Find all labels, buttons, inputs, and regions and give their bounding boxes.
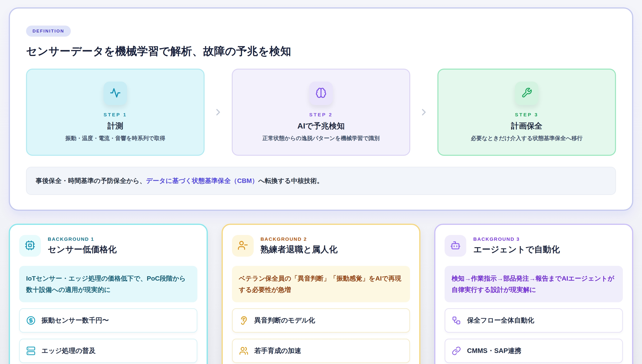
background3-header: BACKGROUND 3 エージェントで自動化	[445, 235, 623, 257]
background3-highlight: 検知→作業指示→部品発注→報告までAIエージェントが自律実行する設計が現実解に	[445, 266, 623, 302]
background1-header: BACKGROUND 1 センサー低価格化	[19, 235, 197, 257]
background2-title: 熟練者退職と属人化	[261, 244, 338, 255]
background-card-2: BACKGROUND 2 熟練者退職と属人化 ベテラン保全員の「異音判断」「振動…	[222, 224, 421, 364]
background2-label: BACKGROUND 2	[261, 236, 338, 242]
chevron-right-icon	[410, 107, 437, 118]
brain-icon	[315, 87, 327, 99]
ear-icon	[239, 316, 248, 325]
chevron-right-icon	[205, 107, 232, 118]
background-card-1: BACKGROUND 1 センサー低価格化 IoTセンサー・エッジ処理の価格低下…	[9, 224, 208, 364]
step1-label: STEP 1	[35, 112, 195, 118]
step1-title: 計測	[35, 121, 195, 131]
list-item-label: 保全フロー全体自動化	[467, 316, 534, 325]
workflow-icon	[452, 316, 461, 325]
slide: DEFINITION センサーデータを機械学習で解析、故障の予兆を検知 STEP…	[0, 0, 642, 364]
robot-icon	[450, 240, 461, 252]
definition-note: 事後保全・時間基準の予防保全から、データに基づく状態基準保全（CBM）へ転換する…	[26, 167, 616, 195]
note-highlight: データに基づく状態基準保全（CBM）	[146, 177, 258, 184]
step2-icon-tile	[309, 82, 333, 105]
background3-label: BACKGROUND 3	[473, 236, 560, 242]
list-item: 異音判断のモデル化	[232, 308, 410, 333]
list-item: 若手育成の加速	[232, 339, 410, 363]
background1-label: BACKGROUND 1	[48, 236, 117, 242]
step2-title: AIで予兆検知	[241, 121, 401, 131]
note-suffix: へ転換する中核技術。	[258, 177, 323, 184]
dollar-circle-icon	[26, 316, 36, 325]
step-card-1: STEP 1 計測 振動・温度・電流・音響を時系列で取得	[26, 69, 205, 156]
list-item: CMMS・SAP連携	[445, 339, 623, 363]
step1-description: 振動・温度・電流・音響を時系列で取得	[35, 134, 195, 142]
step2-description: 正常状態からの逸脱パターンを機械学習で識別	[241, 134, 401, 142]
activity-icon	[110, 87, 121, 99]
list-item-label: 振動センサー数千円〜	[42, 316, 109, 325]
user-minus-icon	[237, 240, 248, 252]
background1-title: センサー低価格化	[48, 244, 117, 255]
step3-title: 計画保全	[447, 121, 607, 131]
note-prefix: 事後保全・時間基準の予防保全から、	[36, 177, 146, 184]
list-item-label: 若手育成の加速	[254, 346, 301, 356]
list-item: 振動センサー数千円〜	[19, 308, 197, 333]
list-item-label: CMMS・SAP連携	[467, 346, 521, 356]
step-card-2: STEP 2 AIで予兆検知 正常状態からの逸脱パターンを機械学習で識別	[232, 69, 410, 156]
background-card-3: BACKGROUND 3 エージェントで自動化 検知→作業指示→部品発注→報告ま…	[434, 224, 633, 364]
background3-icon-tile	[445, 235, 466, 257]
list-item-label: エッジ処理の普及	[42, 346, 96, 356]
wrench-icon	[521, 87, 532, 99]
definition-badge: DEFINITION	[26, 26, 71, 37]
step-card-3: STEP 3 計画保全 必要なときだけ介入する状態基準保全へ移行	[437, 69, 616, 156]
list-item: 保全フロー全体自動化	[445, 308, 623, 333]
list-item: エッジ処理の普及	[19, 339, 197, 363]
background-cards-row: BACKGROUND 1 センサー低価格化 IoTセンサー・エッジ処理の価格低下…	[9, 224, 633, 364]
step3-label: STEP 3	[447, 112, 607, 118]
list-item-label: 異音判断のモデル化	[254, 316, 315, 325]
definition-panel: DEFINITION センサーデータを機械学習で解析、故障の予兆を検知 STEP…	[9, 7, 633, 211]
background2-highlight: ベテラン保全員の「異音判断」「振動感覚」をAIで再現する必要性が急増	[232, 266, 410, 302]
background1-icon-tile	[19, 235, 41, 257]
background3-title: エージェントで自動化	[473, 244, 560, 255]
step2-label: STEP 2	[241, 112, 401, 118]
link-icon	[452, 346, 461, 356]
page-title: センサーデータを機械学習で解析、故障の予兆を検知	[26, 44, 616, 58]
cpu-chip-icon	[25, 240, 35, 252]
background1-highlight: IoTセンサー・エッジ処理の価格低下で、PoC段階から数十設備への適用が現実的に	[19, 266, 197, 302]
users-icon	[239, 346, 248, 356]
background2-icon-tile	[232, 235, 254, 257]
step3-description: 必要なときだけ介入する状態基準保全へ移行	[447, 134, 607, 142]
server-stack-icon	[26, 346, 36, 356]
step1-icon-tile	[104, 82, 127, 105]
steps-row: STEP 1 計測 振動・温度・電流・音響を時系列で取得 STEP 2 AIで予…	[26, 69, 616, 156]
background2-header: BACKGROUND 2 熟練者退職と属人化	[232, 235, 410, 257]
step3-icon-tile	[515, 82, 538, 105]
